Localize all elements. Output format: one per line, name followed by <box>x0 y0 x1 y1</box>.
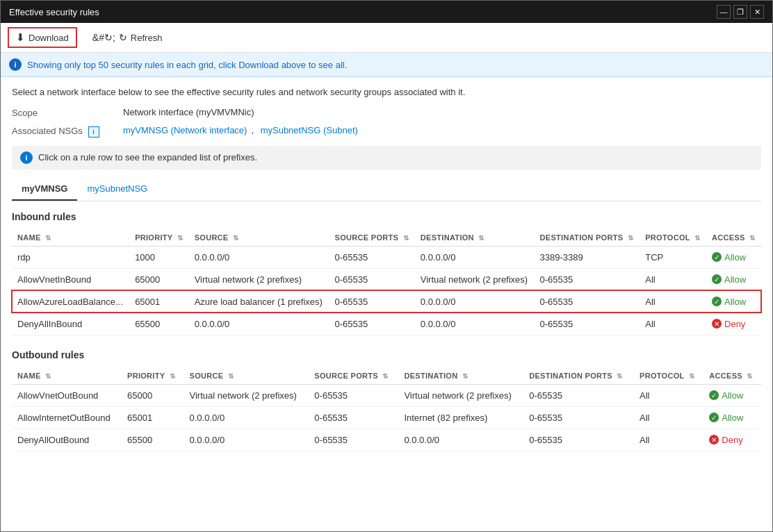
cell-source: 0.0.0.0/0 <box>189 313 329 335</box>
scope-label: Scope <box>12 107 123 118</box>
cell-source: Virtual network (2 prefixes) <box>184 384 309 406</box>
cell-destination: 0.0.0.0/0 <box>415 313 535 335</box>
sort-icon: ⇅ <box>689 372 694 380</box>
cell-dest-ports: 0-65535 <box>523 384 634 406</box>
access-allow-badge: ✓ Allow <box>712 252 756 263</box>
main-window: Effective security rules — ❐ ✕ ⬇ Downloa… <box>0 0 773 532</box>
cell-name: AllowVnetInBound <box>12 268 129 290</box>
cell-destination: Virtual network (2 prefixes) <box>398 384 523 406</box>
access-deny-badge: ✕ Deny <box>709 435 756 445</box>
cell-source: Azure load balancer (1 prefixes) <box>189 290 329 313</box>
access-deny-badge: ✕ Deny <box>712 319 756 329</box>
cell-dest-ports: 0-65535 <box>523 406 634 429</box>
page-description: Select a network interface below to see … <box>12 87 761 97</box>
associated-nsgs-label: Associated NSGs i <box>12 125 123 138</box>
sort-icon: ⇅ <box>403 234 409 242</box>
cell-protocol: TCP <box>640 246 706 268</box>
outbound-header-row: NAME ⇅ PRIORITY ⇅ SOURCE ⇅ SOURCE PORTS … <box>12 367 761 385</box>
outbound-rules-title: Outbound rules <box>12 349 761 360</box>
sort-icon: ⇅ <box>617 372 622 380</box>
access-allow-badge: ✓ Allow <box>712 297 756 307</box>
allow-icon: ✓ <box>712 274 722 284</box>
cell-priority: 65000 <box>122 384 184 406</box>
table-row[interactable]: DenyAllInBound 65500 0.0.0.0/0 0-65535 0… <box>12 313 761 335</box>
download-icon: ⬇ <box>16 31 25 44</box>
refresh-icon: &#↻; <box>92 32 115 43</box>
tab-bar: myVMNSG mySubnetNSG <box>12 178 761 201</box>
cell-source: 0.0.0.0/0 <box>184 429 309 451</box>
cell-name: rdp <box>12 246 129 268</box>
col-priority-out: PRIORITY ⇅ <box>122 367 184 385</box>
cell-access: ✓ Allow <box>703 406 761 429</box>
allow-icon: ✓ <box>709 413 719 422</box>
tab-mySubnetNSG[interactable]: mySubnetNSG <box>77 178 157 201</box>
cell-name: AllowInternetOutBound <box>12 406 122 429</box>
prefix-info-text: Click on a rule row to see the expanded … <box>38 152 257 163</box>
title-bar: Effective security rules — ❐ ✕ <box>1 1 772 23</box>
info-banner-text: Showing only top 50 security rules in ea… <box>27 60 347 70</box>
table-row[interactable]: rdp 1000 0.0.0.0/0 0-65535 0.0.0.0/0 338… <box>12 246 761 268</box>
window-title: Effective security rules <box>9 7 99 17</box>
table-row[interactable]: AllowVnetInBound 65000 Virtual network (… <box>12 268 761 290</box>
minimize-button[interactable]: — <box>717 5 731 19</box>
cell-dest-ports: 0-65535 <box>523 429 634 451</box>
table-row[interactable]: AllowInternetOutBound 65001 0.0.0.0/0 0-… <box>12 406 761 429</box>
inbound-rules-title: Inbound rules <box>12 211 761 222</box>
cell-priority: 1000 <box>129 246 189 268</box>
access-allow-badge: ✓ Allow <box>709 413 756 423</box>
cell-source: Virtual network (2 prefixes) <box>189 268 329 290</box>
cell-protocol: All <box>640 290 706 313</box>
col-destination-in: DESTINATION ⇅ <box>415 229 535 247</box>
info-icon: i <box>9 58 22 71</box>
col-access-in: ACCESS ⇅ <box>706 229 761 247</box>
cell-protocol: All <box>634 406 703 429</box>
table-row[interactable]: AllowVnetOutBound 65000 Virtual network … <box>12 384 761 406</box>
access-allow-badge: ✓ Allow <box>712 274 756 285</box>
col-source-in: SOURCE ⇅ <box>189 229 329 247</box>
sort-icon: ⇅ <box>462 372 468 380</box>
scope-value: Network interface (myVMVMNic) <box>123 107 254 117</box>
cell-priority: 65001 <box>129 290 189 313</box>
cell-name: AllowAzureLoadBalance... <box>12 290 129 313</box>
cell-source-ports: 0-65535 <box>329 246 415 268</box>
cell-access: ✓ Allow <box>703 384 761 406</box>
col-dest-ports-out: DESTINATION PORTS ⇅ <box>523 367 634 385</box>
cell-destination: Virtual network (2 prefixes) <box>415 268 535 290</box>
toolbar: ⬇ Download &#↻; ↻ Refresh <box>1 23 772 53</box>
cell-source-ports: 0-65535 <box>309 406 398 429</box>
sort-icon: ⇅ <box>749 234 755 242</box>
table-row[interactable]: DenyAllOutBound 65500 0.0.0.0/0 0-65535 … <box>12 429 761 451</box>
restore-button[interactable]: ❐ <box>733 5 747 19</box>
cell-source-ports: 0-65535 <box>309 384 398 406</box>
cell-protocol: All <box>640 268 706 290</box>
tab-myVMNSG[interactable]: myVMNSG <box>12 178 77 201</box>
window-controls: — ❐ ✕ <box>717 5 764 19</box>
refresh-button[interactable]: &#↻; ↻ Refresh <box>86 29 170 46</box>
associated-nsgs-row: Associated NSGs i myVMNSG (Network inter… <box>12 125 761 138</box>
myVMNSG-link[interactable]: myVMNSG (Network interface) <box>123 125 247 135</box>
deny-icon: ✕ <box>709 435 719 444</box>
deny-icon: ✕ <box>712 319 722 329</box>
cell-name: AllowVnetOutBound <box>12 384 122 406</box>
associated-nsgs-values: myVMNSG (Network interface), mySubnetNSG… <box>123 125 358 135</box>
col-protocol-out: PROTOCOL ⇅ <box>634 367 703 385</box>
col-dest-ports-in: DESTINATION PORTS ⇅ <box>535 229 640 247</box>
refresh-label: Refresh <box>131 33 163 43</box>
nsg-info-icon[interactable]: i <box>88 126 99 138</box>
table-row[interactable]: AllowAzureLoadBalance... 65001 Azure loa… <box>12 290 761 313</box>
col-name-in: NAME ⇅ <box>12 229 129 247</box>
col-priority-in: PRIORITY ⇅ <box>129 229 189 247</box>
cell-destination: Internet (82 prefixes) <box>398 406 523 429</box>
cell-protocol: All <box>634 384 703 406</box>
col-name-out: NAME ⇅ <box>12 367 122 385</box>
mySubnetNSG-link[interactable]: mySubnetNSG (Subnet) <box>261 125 358 135</box>
cell-dest-ports: 0-65535 <box>535 313 640 335</box>
cell-access: ✓ Allow <box>706 290 761 313</box>
cell-access: ✓ Allow <box>706 246 761 268</box>
cell-destination: 0.0.0.0/0 <box>415 246 535 268</box>
col-destination-out: DESTINATION ⇅ <box>398 367 523 385</box>
cell-priority: 65500 <box>129 313 189 335</box>
cell-source: 0.0.0.0/0 <box>189 246 329 268</box>
close-button[interactable]: ✕ <box>750 5 764 19</box>
download-button[interactable]: ⬇ Download <box>8 27 77 48</box>
